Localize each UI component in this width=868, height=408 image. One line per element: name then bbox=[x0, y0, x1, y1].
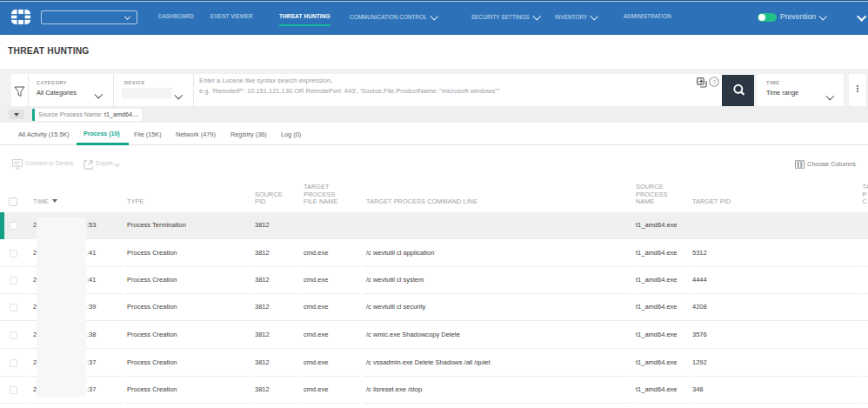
svg-text:?: ? bbox=[712, 78, 716, 86]
